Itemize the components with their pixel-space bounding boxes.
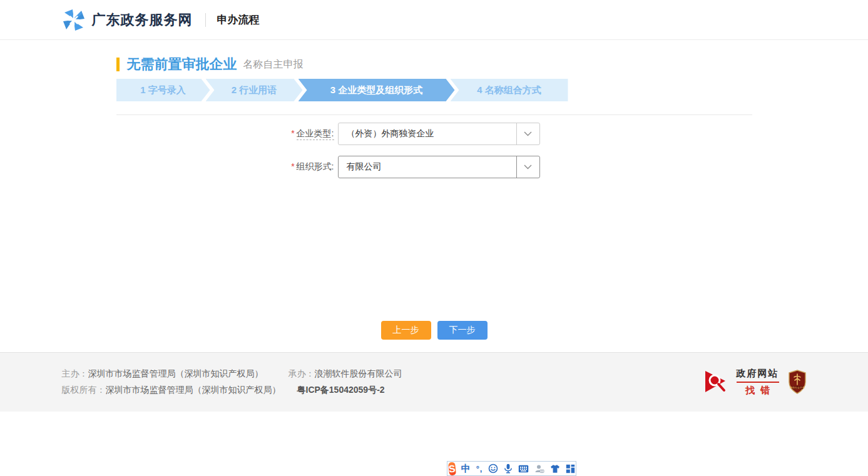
copyright-label: 版权所有： bbox=[62, 385, 106, 395]
svg-text:网络社会征信: 网络社会征信 bbox=[790, 386, 805, 389]
page-section-title: 申办流程 bbox=[217, 13, 260, 27]
enterprise-type-select[interactable]: （外资）外商独资企业 bbox=[338, 123, 540, 145]
button-row: 上一步 下一步 bbox=[116, 321, 752, 340]
passport-account-icon[interactable] bbox=[534, 464, 544, 473]
org-form-select[interactable]: 有限公司 bbox=[338, 156, 540, 178]
footer-text: 主办：深圳市市场监督管理局（深圳市知识产权局）承办：浪潮软件股份有限公司 版权所… bbox=[62, 363, 402, 401]
skin-theme-icon[interactable] bbox=[550, 464, 560, 473]
emoji-icon[interactable] bbox=[488, 463, 498, 473]
chevron-down-icon[interactable] bbox=[516, 156, 539, 178]
enterprise-type-value: （外资）外商独资企业 bbox=[339, 123, 516, 144]
magnifier-flag-icon bbox=[704, 369, 733, 395]
page-title: 无需前置审批企业 bbox=[127, 55, 237, 74]
police-shield-badge[interactable]: 网络社会征信 bbox=[788, 370, 807, 395]
step-1-zihao[interactable]: 1 字号录入 bbox=[116, 79, 210, 101]
page-subtitle: 名称自主申报 bbox=[243, 58, 304, 71]
host-value: 深圳市市场监督管理局（深圳市知识产权局） bbox=[88, 368, 263, 378]
icp-number: 粤ICP备15042059号-2 bbox=[297, 385, 385, 395]
gov-site-error-badge[interactable]: 政府网站 找错 bbox=[704, 368, 779, 397]
err-badge-line2: 找错 bbox=[740, 383, 775, 397]
step-3-qiyeleixing-active[interactable]: 3 企业类型及组织形式 bbox=[299, 79, 455, 101]
next-step-button[interactable]: 下一步 bbox=[437, 321, 488, 340]
content-divider bbox=[116, 114, 752, 115]
host-label: 主办： bbox=[62, 368, 88, 378]
sogou-ime-toolbar[interactable]: S 中 °, bbox=[447, 461, 576, 476]
enterprise-type-label: *企业类型: bbox=[279, 128, 334, 139]
footer-badges: 政府网站 找错 网络社会征信 bbox=[704, 368, 807, 397]
ime-chinese-mode-toggle[interactable]: 中 bbox=[461, 463, 471, 475]
chevron-down-icon[interactable] bbox=[516, 123, 539, 144]
required-mark: * bbox=[291, 128, 294, 138]
main-content: 无需前置审批企业 名称自主申报 1 字号录入 2 行业用语 3 企业类型及组织形… bbox=[0, 55, 868, 340]
org-form-label: *组织形式: bbox=[279, 161, 334, 173]
site-name: 广东政务服务网 bbox=[92, 11, 193, 29]
form-row-org-form: *组织形式: 有限公司 bbox=[279, 156, 752, 178]
soft-keyboard-icon[interactable] bbox=[518, 465, 529, 473]
footer: 主办：深圳市市场监督管理局（深圳市知识产权局）承办：浪潮软件股份有限公司 版权所… bbox=[0, 352, 868, 412]
form: *企业类型: （外资）外商独资企业 *组织形式: 有限公司 bbox=[116, 123, 752, 178]
form-row-enterprise-type: *企业类型: （外资）外商独资企业 bbox=[279, 123, 752, 145]
org-form-value: 有限公司 bbox=[339, 156, 516, 178]
step-2-hangye[interactable]: 2 行业用语 bbox=[206, 79, 303, 101]
toolbox-grid-icon[interactable] bbox=[566, 464, 575, 473]
voice-input-icon[interactable] bbox=[504, 463, 513, 473]
step-indicator: 1 字号录入 2 行业用语 3 企业类型及组织形式 4 名称组合方式 bbox=[116, 79, 752, 101]
step-4-mingcheng[interactable]: 4 名称组合方式 bbox=[451, 79, 568, 101]
previous-step-button[interactable]: 上一步 bbox=[381, 321, 431, 340]
undertake-value: 浪潮软件股份有限公司 bbox=[315, 368, 402, 378]
header-divider bbox=[205, 13, 206, 27]
site-logo-icon bbox=[62, 8, 86, 32]
undertake-label: 承办： bbox=[288, 368, 315, 378]
page-title-row: 无需前置审批企业 名称自主申报 bbox=[116, 55, 752, 74]
err-badge-line1: 政府网站 bbox=[737, 368, 779, 383]
sogou-logo-icon[interactable]: S bbox=[448, 462, 456, 475]
header: 广东政务服务网 申办流程 bbox=[0, 0, 868, 40]
copyright-value: 深圳市市场监督管理局（深圳市知识产权局） bbox=[106, 385, 281, 395]
required-mark: * bbox=[291, 161, 294, 171]
title-accent-bar bbox=[116, 58, 120, 71]
ime-punctuation-toggle[interactable]: °, bbox=[476, 464, 483, 473]
